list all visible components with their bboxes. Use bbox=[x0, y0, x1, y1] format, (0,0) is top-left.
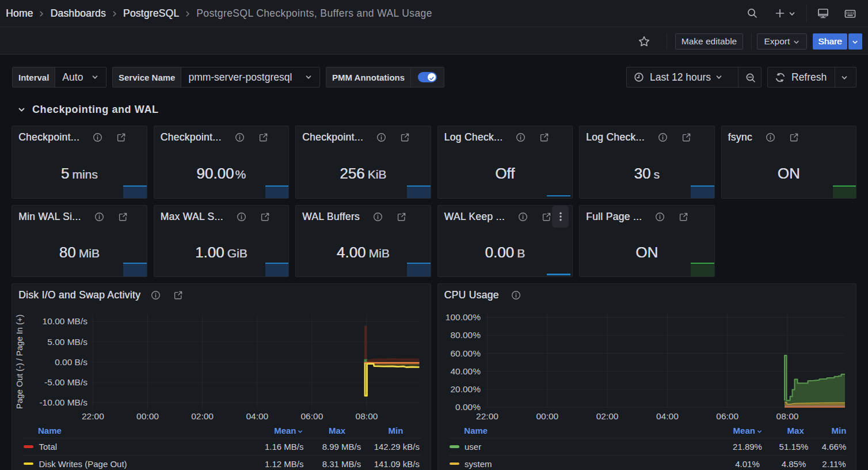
svg-text:04:00: 04:00 bbox=[656, 411, 679, 421]
svg-text:06:00: 06:00 bbox=[716, 411, 738, 421]
svg-text:80.00%: 80.00% bbox=[450, 330, 481, 340]
svg-text:60.00%: 60.00% bbox=[450, 348, 481, 358]
svg-text:5.00 MB/s: 5.00 MB/s bbox=[47, 336, 87, 346]
svg-text:00:00: 00:00 bbox=[536, 411, 558, 421]
svg-text:-10.00 MB/s: -10.00 MB/s bbox=[39, 397, 87, 407]
svg-text:22:00: 22:00 bbox=[82, 411, 104, 421]
svg-text:08:00: 08:00 bbox=[776, 411, 798, 421]
svg-text:02:00: 02:00 bbox=[191, 411, 214, 421]
svg-text:100.00%: 100.00% bbox=[445, 312, 480, 322]
svg-text:08:00: 08:00 bbox=[356, 411, 378, 421]
svg-text:40.00%: 40.00% bbox=[450, 366, 481, 376]
svg-text:02:00: 02:00 bbox=[596, 411, 618, 421]
svg-text:06:00: 06:00 bbox=[301, 411, 323, 421]
svg-text:0.00 B/s: 0.00 B/s bbox=[55, 357, 87, 367]
svg-text:00:00: 00:00 bbox=[136, 411, 159, 421]
svg-text:04:00: 04:00 bbox=[246, 411, 268, 421]
svg-text:10.00 MB/s: 10.00 MB/s bbox=[43, 316, 88, 326]
svg-text:0.00%: 0.00% bbox=[455, 402, 481, 412]
svg-text:22:00: 22:00 bbox=[476, 411, 498, 421]
svg-text:-5.00 MB/s: -5.00 MB/s bbox=[44, 377, 87, 387]
svg-text:20.00%: 20.00% bbox=[450, 384, 481, 394]
svg-text:Page Out (-) / Page In (+): Page Out (-) / Page In (+) bbox=[15, 314, 24, 409]
